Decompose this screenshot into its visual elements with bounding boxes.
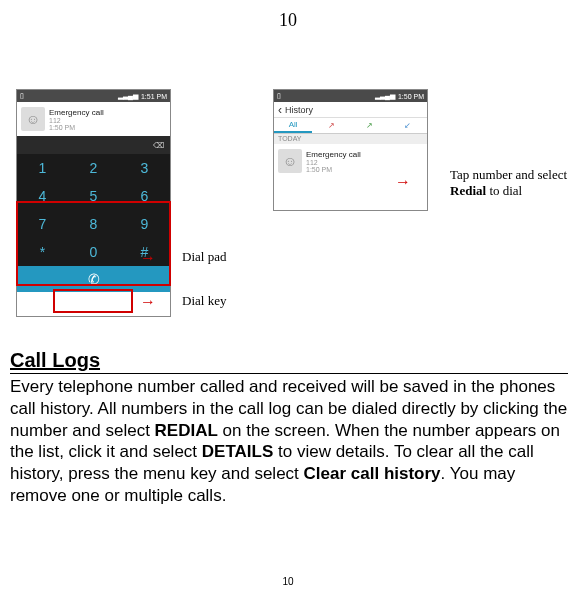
contact-number: 112 — [49, 117, 166, 124]
key-6[interactable]: 6 — [119, 182, 170, 210]
dialer-screenshot: ▯ ▂▃▄▅ 1:51 PM ☺ Emergency call 112 1:50… — [16, 89, 171, 317]
sim-icon: ▯ — [20, 92, 24, 100]
key-0[interactable]: 0 — [68, 238, 119, 266]
arrow-dialpad: → — [140, 249, 156, 267]
history-title: History — [285, 105, 313, 115]
history-tabs: All ↗ ↗ ↙ — [274, 118, 427, 134]
back-icon[interactable]: ‹ — [278, 103, 282, 117]
page-number-top: 10 — [0, 0, 576, 31]
key-8[interactable]: 8 — [68, 210, 119, 238]
key-7[interactable]: 7 — [17, 210, 68, 238]
tab-outgoing[interactable]: ↗ — [351, 118, 389, 133]
status-bar-2: ▯ ▂▃▄▅ 1:50 PM — [274, 90, 427, 102]
history-screenshot: ▯ ▂▃▄▅ 1:50 PM ‹ History All ↗ ↗ ↙ TODAY… — [273, 89, 428, 211]
status-bar: ▯ ▂▃▄▅ 1:51 PM — [17, 90, 170, 102]
history-contact-info: Emergency call 112 1:50 PM — [306, 150, 423, 173]
key-2[interactable]: 2 — [68, 154, 119, 182]
backspace-icon[interactable]: ⌫ — [153, 141, 164, 150]
history-contact-name: Emergency call — [306, 150, 423, 159]
label-dialpad: Dial pad — [182, 249, 226, 265]
phone-icon: ✆ — [88, 271, 100, 287]
input-display: ⌫ — [17, 136, 170, 154]
key-9[interactable]: 9 — [119, 210, 170, 238]
tab-incoming[interactable]: ↙ — [389, 118, 427, 133]
contact-time: 1:50 PM — [49, 124, 166, 131]
clock-2: 1:50 PM — [398, 93, 424, 100]
page-number-bottom: 10 — [0, 576, 576, 587]
contact-info: Emergency call 112 1:50 PM — [49, 108, 166, 131]
key-4[interactable]: 4 — [17, 182, 68, 210]
history-contact-time: 1:50 PM — [306, 166, 423, 173]
recent-contact-row[interactable]: ☺ Emergency call 112 1:50 PM — [17, 102, 170, 136]
arrow-dialkey: → — [140, 293, 156, 311]
contact-name: Emergency call — [49, 108, 166, 117]
section-heading-call-logs: Call Logs — [10, 349, 568, 374]
avatar-icon-2: ☺ — [278, 149, 302, 173]
label-dialkey: Dial key — [182, 293, 226, 309]
key-3[interactable]: 3 — [119, 154, 170, 182]
history-contact-number: 112 — [306, 159, 423, 166]
signal-icon: ▂▃▄▅ — [118, 92, 138, 100]
avatar-icon: ☺ — [21, 107, 45, 131]
tab-all[interactable]: All — [274, 118, 312, 133]
dial-button[interactable]: ✆ — [17, 266, 170, 292]
key-1[interactable]: 1 — [17, 154, 68, 182]
tab-missed[interactable]: ↗ — [312, 118, 350, 133]
key-star[interactable]: * — [17, 238, 68, 266]
clock: 1:51 PM — [141, 93, 167, 100]
label-redial: Tap number and select Redial to dial — [450, 167, 570, 199]
key-5[interactable]: 5 — [68, 182, 119, 210]
body-paragraph: Every telephone number called and receiv… — [10, 376, 568, 507]
sim-icon-2: ▯ — [277, 92, 281, 100]
signal-icon-2: ▂▃▄▅ — [375, 92, 395, 100]
history-titlebar: ‹ History — [274, 102, 427, 118]
arrow-redial: → — [395, 173, 411, 191]
today-header: TODAY — [274, 134, 427, 144]
